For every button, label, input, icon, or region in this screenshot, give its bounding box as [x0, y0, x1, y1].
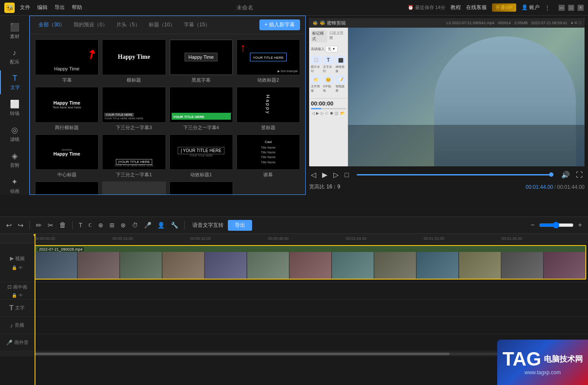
template-happy-time2[interactable]: Be Happy Time!: [102, 181, 166, 194]
template-lower-third3[interactable]: YOUR TITLE HERE YOUR TITLE HERE HERE HER…: [102, 87, 166, 131]
template-animated1[interactable]: | YOUR TITLE HERE YOUR TITLE HERE 动效标题1: [169, 134, 233, 178]
template-banner[interactable]: Happy Time 横标题: [102, 39, 166, 83]
template-subtitle[interactable]: Happy Time 字幕: [35, 39, 99, 83]
bee-icon-gif[interactable]: 😊 GIF贴纸: [323, 75, 333, 93]
pip-eye-icon[interactable]: 👁: [19, 293, 23, 298]
person-btn[interactable]: 👤: [156, 221, 166, 229]
bee-input-select[interactable]: 无 ▼: [326, 46, 338, 52]
redo-btn[interactable]: ↪: [16, 220, 25, 230]
bee-ctrl-rec[interactable]: ⏺: [329, 111, 333, 115]
merge-btn[interactable]: ⊗: [119, 221, 128, 229]
tab-mypresets[interactable]: 我的预设（0）: [70, 20, 111, 30]
support-btn[interactable]: 在线客服: [466, 4, 487, 11]
timer-btn[interactable]: ⏱: [130, 221, 140, 229]
video-lock-icon[interactable]: 🔒: [12, 265, 17, 270]
undo-btn[interactable]: ↩: [4, 220, 13, 230]
bee-tab-custom[interactable]: 口定义范围: [328, 30, 346, 42]
menu-file[interactable]: 文件: [20, 4, 30, 11]
sidebar-item-text[interactable]: T 文字: [0, 70, 29, 94]
next-frame-btn[interactable]: ▷: [332, 170, 340, 180]
template-two-line[interactable]: Happy Time Text here text here 两行横标题: [35, 87, 99, 131]
track-content-text[interactable]: [35, 299, 588, 316]
track-content-video[interactable]: 2022-07-21_090028.mp4: [35, 243, 588, 282]
template-thumb-happy-time2: Be Happy Time!: [102, 181, 166, 194]
settings-btn[interactable]: 🔧: [169, 221, 180, 229]
template-black-subtitle[interactable]: Happy Time 黑底字幕: [169, 39, 233, 83]
template-center-title[interactable]: texhere Happy Time 中心标题: [35, 134, 99, 178]
menu-export[interactable]: 导出: [54, 4, 65, 11]
video-eye-icon[interactable]: 👁: [19, 265, 23, 270]
watermark: TAG 电脑技术网 www.tagxp.com: [497, 340, 588, 385]
bee-ctrl-folder[interactable]: 📂: [340, 111, 345, 115]
template-text-here[interactable]: Text here: [169, 181, 233, 194]
pip-lock-icon[interactable]: 🔒: [12, 293, 17, 298]
maximize-btn[interactable]: □: [568, 5, 574, 11]
cut-btn[interactable]: ✂: [46, 220, 55, 230]
zoom-out-btn[interactable]: −: [529, 220, 536, 230]
bee-icon-file[interactable]: 📁 文件简版: [311, 75, 321, 93]
draw-btn[interactable]: ✏: [34, 220, 43, 230]
template-animated2[interactable]: YOUR TITLE HERE ▶ text example 动效标题2: [236, 39, 300, 83]
play-btn[interactable]: ▶: [320, 170, 329, 180]
track-content-pip[interactable]: [35, 282, 588, 299]
zoom-slider[interactable]: [539, 222, 574, 229]
template-vertical[interactable]: Happy 竖标题: [236, 87, 300, 131]
video-bar[interactable]: 2022-07-21_090028.mp4: [35, 245, 586, 280]
bee-icon-watermark-img[interactable]: 🖼 图片水印: [311, 56, 321, 73]
track-content-audio[interactable]: [35, 317, 588, 334]
sidebar-item-animation[interactable]: ✦ 动画: [0, 174, 29, 198]
watermark-url: www.tagxp.com: [524, 369, 561, 375]
zoom-in-btn[interactable]: +: [576, 220, 584, 230]
bee-icon-watermark-text[interactable]: T 文字水印: [323, 56, 333, 73]
speech-text-btn[interactable]: 语音文字互转: [192, 222, 224, 229]
bee-tab-mark[interactable]: 标记模式: [311, 30, 327, 42]
tab-subtitle[interactable]: 字幕（15）: [180, 20, 214, 30]
delete-btn[interactable]: 🗑: [58, 220, 68, 230]
template-two-line2[interactable]: Happy Time Text here text here: [35, 181, 99, 194]
sidebar-item-filter[interactable]: ◎ 滤镜: [0, 122, 29, 146]
account-btn[interactable]: 👤 账户: [521, 4, 540, 11]
text-style-btn[interactable]: Ꞇ: [87, 221, 94, 229]
track-label-text: T 文字: [0, 299, 35, 316]
more-btn[interactable]: ⋮: [545, 5, 550, 11]
menu-edit[interactable]: 编辑: [37, 4, 48, 11]
add-track-btn[interactable]: ⊕: [96, 221, 105, 229]
volume-btn[interactable]: 🔊: [559, 170, 572, 180]
minimize-btn[interactable]: —: [559, 5, 565, 11]
sidebar-item-music[interactable]: ♪ 配乐: [0, 45, 29, 69]
bee-ctrl-play[interactable]: ▶: [316, 111, 319, 115]
bee-ctrl-next[interactable]: ▷: [321, 111, 324, 115]
tab-all[interactable]: 全部（30）: [35, 20, 68, 30]
export-btn[interactable]: 导出: [228, 220, 252, 231]
tab-title[interactable]: 标题（10）: [145, 20, 179, 30]
template-lower-third1[interactable]: |YOUR TITLE HERE YOUR TITLE HERE HERE HE…: [102, 134, 166, 178]
template-thumb-subtitle: Happy Time: [35, 39, 99, 75]
split-btn[interactable]: ⊞: [108, 221, 116, 229]
insert-new-subtitle-btn[interactable]: + 插入新字幕: [259, 19, 300, 30]
template-thumb-lower-third1: |YOUR TITLE HERE YOUR TITLE HERE HERE HE…: [102, 134, 166, 170]
sidebar-item-material[interactable]: ⬛ 素材: [0, 19, 29, 43]
bee-ctrl-more[interactable]: ◫: [335, 111, 339, 115]
bee-ctrl-stop[interactable]: □: [326, 111, 328, 115]
close-btn[interactable]: ×: [578, 5, 584, 11]
menu-help[interactable]: 帮助: [72, 4, 82, 11]
bee-ctrl-prev[interactable]: ◁: [312, 111, 315, 115]
sidebar-item-transition[interactable]: ⬜ 转场: [0, 96, 29, 120]
sidebar-item-sticker[interactable]: ◈ 音附: [0, 148, 29, 172]
template-credits[interactable]: Cast Title Name Title Name Title Name Ti…: [236, 134, 300, 178]
stop-btn[interactable]: □: [343, 170, 351, 180]
video-track-label: 视频: [15, 255, 25, 262]
playback-progress[interactable]: [357, 174, 553, 175]
template-lower-third4[interactable]: YOUR TITLE HERE 下三分之一字幕4: [169, 87, 233, 131]
prev-frame-btn[interactable]: ◁: [309, 170, 318, 180]
bee-icon-face-replace[interactable]: ⬛ 神情替换: [336, 56, 346, 73]
animation-icon: ✦: [11, 177, 18, 187]
vip-btn[interactable]: 开通VIP: [492, 3, 516, 12]
tutorial-btn[interactable]: 教程: [451, 4, 461, 11]
mic-btn[interactable]: 🎤: [142, 221, 153, 229]
tab-intro[interactable]: 片头（5）: [113, 20, 144, 30]
fullscreen-btn[interactable]: ⛶: [574, 170, 585, 180]
text-tool-btn[interactable]: T: [77, 221, 84, 229]
bee-icon-subtitle[interactable]: 📝 智能超幕: [336, 75, 346, 93]
left-sidebar: ⬛ 素材 ♪ 配乐 T 文字 ⬜ 转场 ◎ 滤镜 ◈ 音附 ✦ 动画: [0, 16, 29, 195]
